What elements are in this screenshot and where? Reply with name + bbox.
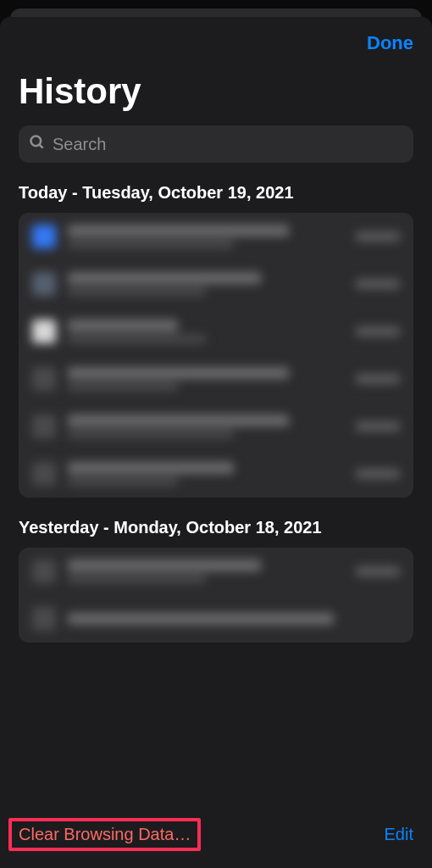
history-item-url: [68, 430, 234, 438]
favicon-icon: [32, 272, 56, 296]
section-header-today: Today - Tuesday, October 19, 2021: [0, 183, 432, 213]
history-item[interactable]: [19, 595, 413, 643]
history-item-title: [68, 462, 234, 474]
search-icon: [29, 134, 46, 154]
history-item-url: [68, 477, 178, 486]
history-item-content: [68, 613, 400, 625]
history-item-time: [356, 231, 400, 242]
favicon-icon: [32, 415, 56, 438]
history-item[interactable]: [19, 213, 413, 260]
history-item-content: [68, 367, 344, 391]
history-group-today: [19, 213, 413, 498]
history-item-content: [68, 225, 344, 248]
favicon-icon: [32, 462, 56, 486]
history-item[interactable]: [19, 450, 413, 498]
history-item[interactable]: [19, 548, 413, 595]
history-item-content: [68, 559, 344, 583]
favicon-icon: [32, 607, 56, 631]
history-item[interactable]: [19, 260, 413, 308]
favicon-icon: [32, 367, 56, 391]
favicon-icon: [32, 320, 56, 343]
history-item-title: [68, 272, 261, 284]
svg-point-0: [31, 136, 42, 147]
svg-line-1: [40, 145, 43, 148]
edit-button[interactable]: Edit: [385, 825, 413, 844]
search-bar[interactable]: [19, 125, 413, 163]
history-item-url: [68, 240, 234, 248]
history-item-url: [68, 335, 206, 343]
history-item-time: [356, 374, 400, 384]
clear-browsing-data-button[interactable]: Clear Browsing Data…: [8, 818, 201, 851]
history-group-yesterday: [19, 548, 413, 643]
favicon-icon: [32, 225, 56, 248]
history-item-content: [68, 462, 344, 486]
history-item-content: [68, 272, 344, 296]
bottom-toolbar: Clear Browsing Data… Edit: [0, 804, 432, 868]
history-item-title: [68, 415, 289, 426]
history-item-url: [68, 382, 178, 391]
history-item-title: [68, 367, 289, 379]
history-item[interactable]: [19, 403, 413, 450]
section-header-yesterday: Yesterday - Monday, October 18, 2021: [0, 518, 432, 548]
page-title: History: [0, 54, 432, 125]
history-item-time: [356, 279, 400, 289]
history-item[interactable]: [19, 308, 413, 355]
history-item-time: [356, 469, 400, 479]
done-button[interactable]: Done: [367, 32, 413, 54]
history-item-url: [68, 575, 206, 583]
history-item-title: [68, 320, 178, 331]
history-item-time: [356, 566, 400, 576]
history-item-title: [68, 559, 261, 571]
history-item-content: [68, 320, 344, 343]
history-item-time: [356, 421, 400, 431]
sheet-header: Done: [0, 17, 432, 54]
favicon-icon: [32, 559, 56, 583]
history-item-title: [68, 225, 289, 236]
history-item-content: [68, 415, 344, 438]
search-input[interactable]: [53, 135, 403, 154]
history-item-time: [356, 326, 400, 337]
history-item-url: [68, 287, 206, 296]
history-item-title: [68, 613, 334, 625]
history-sheet: Done History Today - Tuesday, October 19…: [0, 17, 432, 868]
history-item[interactable]: [19, 355, 413, 403]
